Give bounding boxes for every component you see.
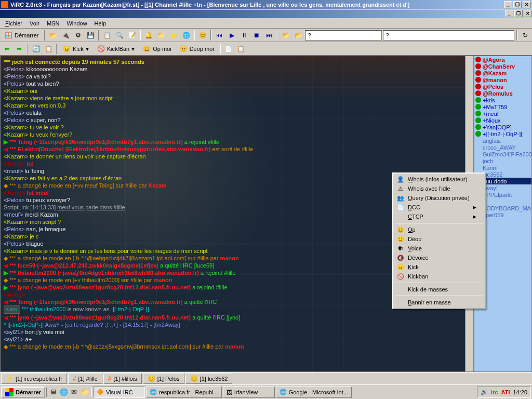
ctx-kickban[interactable]: 🚫Kickban bbox=[394, 272, 484, 281]
tab-pelos[interactable]: 😊[1] Pelos bbox=[143, 374, 184, 384]
ctx-masskick[interactable]: Kick de masses bbox=[394, 285, 484, 294]
ql-icon[interactable]: 📁 bbox=[80, 388, 89, 397]
ctx-dcc[interactable]: 📄DCC▶DCC bbox=[394, 203, 484, 212]
tab-lille[interactable]: #[1] #lille bbox=[68, 374, 102, 384]
user-row[interactable]: Karim bbox=[474, 164, 531, 171]
ctx-whois-idle[interactable]: ⚠Whois avec l'idle bbox=[394, 184, 484, 193]
menu-help[interactable]: Help bbox=[91, 19, 110, 28]
ctx-devoice[interactable]: 🔇Dévoice bbox=[394, 253, 484, 262]
tool-icon[interactable]: 🌐 bbox=[180, 30, 192, 41]
user-row[interactable]: croco_AWAY bbox=[474, 144, 531, 151]
user-row[interactable]: @Agora bbox=[474, 56, 531, 63]
tool-icon[interactable]: 📋 bbox=[43, 43, 54, 55]
status-dot-icon bbox=[475, 77, 481, 83]
ctx-massban[interactable]: Bannir en masseBannir en masse bbox=[394, 298, 484, 307]
tray-icon[interactable]: ATI bbox=[501, 389, 510, 395]
task-respublica[interactable]: 🌐 respublica.fr - Republ... bbox=[146, 387, 222, 398]
back-icon[interactable]: ⬅ bbox=[1, 43, 12, 55]
prev-icon[interactable]: ⏮ bbox=[214, 30, 225, 41]
user-row[interactable]: +kris bbox=[474, 97, 531, 103]
user-row[interactable]: joch bbox=[474, 157, 531, 164]
menu-msn[interactable]: MSN bbox=[44, 19, 62, 28]
pause-icon[interactable]: ⏸ bbox=[238, 30, 250, 41]
devoice-icon: 🔇 bbox=[396, 254, 405, 262]
user-row[interactable]: @ChanServ bbox=[474, 63, 531, 70]
user-row[interactable]: @manon bbox=[474, 76, 531, 83]
ql-icon[interactable]: ✉ bbox=[70, 388, 79, 397]
ctx-op[interactable]: 😀OpOp bbox=[394, 225, 484, 234]
tab-luc[interactable]: 😊[1] luc3562 bbox=[185, 374, 233, 384]
ctx-deop[interactable]: 😐Déop bbox=[394, 234, 484, 244]
tray-icon[interactable]: irc bbox=[491, 389, 498, 395]
refresh-icon[interactable]: 🔄 bbox=[30, 43, 42, 55]
menu-voir[interactable]: Voir bbox=[26, 19, 43, 28]
opmoi-button[interactable]: 😀 Op moi bbox=[139, 43, 175, 55]
toolbar-input-2[interactable] bbox=[383, 30, 514, 41]
tool-icon[interactable]: 💾 bbox=[85, 30, 96, 41]
tool-icon[interactable]: 📄 bbox=[223, 43, 234, 55]
user-row[interactable]: +|[-tm2-|-OqP-]| bbox=[474, 130, 531, 137]
status-dot-icon bbox=[475, 63, 481, 69]
chat-line: <Pelos> kikooooooooooo Kazam bbox=[4, 65, 462, 73]
user-row[interactable]: anglais bbox=[474, 137, 531, 144]
smiley-icon[interactable]: 😊 bbox=[197, 30, 208, 41]
user-row[interactable]: @Kazam bbox=[474, 70, 531, 76]
ctx-query[interactable]: 👥Query (Discution privée)Query (Discutio… bbox=[394, 193, 484, 203]
status-dot-icon bbox=[475, 111, 481, 116]
menu-window[interactable]: Window bbox=[63, 19, 90, 28]
status-dot-icon bbox=[475, 151, 481, 157]
tool-icon[interactable]: 📁 bbox=[155, 30, 167, 41]
ctx-kick[interactable]: 😠KickKick bbox=[394, 262, 484, 272]
next-icon[interactable]: ⏭ bbox=[263, 30, 275, 41]
tool-icon[interactable]: ⭐ bbox=[168, 30, 179, 41]
ql-icon[interactable]: 🖥 bbox=[49, 388, 58, 397]
close-button[interactable]: ✕ bbox=[523, 1, 531, 8]
tool-icon[interactable]: 📂 bbox=[47, 30, 59, 41]
task-google[interactable]: 🌐 Google - Microsoft Int... bbox=[276, 387, 352, 398]
tool-icon[interactable]: 🔌 bbox=[60, 30, 71, 41]
demarrer-button[interactable]: 🪟 Démarrer bbox=[1, 30, 42, 41]
user-row[interactable]: +meuf bbox=[474, 110, 531, 117]
tool-icon[interactable]: 🔍 bbox=[114, 30, 125, 41]
maximize-button[interactable]: ❐ bbox=[513, 1, 522, 8]
ctx-voice[interactable]: 🗣VoiceVoice bbox=[394, 244, 484, 253]
tool-icon[interactable]: ↻ bbox=[520, 30, 531, 41]
ctx-ctcp[interactable]: CTCP▶CTCP bbox=[394, 212, 484, 221]
toolbar-input-1[interactable] bbox=[305, 30, 382, 41]
task-virc[interactable]: 🔶 Visual IRC bbox=[93, 387, 145, 398]
mdi-minimize-button[interactable]: _ bbox=[505, 10, 513, 17]
tool-icon[interactable]: 📋 bbox=[235, 43, 247, 55]
user-icon: 👤 bbox=[396, 175, 405, 183]
tool-icon[interactable]: 📝 bbox=[126, 30, 138, 41]
play-icon[interactable]: ▶ bbox=[226, 30, 237, 41]
user-row[interactable]: @Pelos bbox=[474, 83, 531, 90]
tool-icon[interactable]: 🔔 bbox=[143, 30, 154, 41]
kick-button[interactable]: 😠 Kick ▾ bbox=[59, 43, 92, 55]
kickban-button[interactable]: 🚫 Kick/Ban ▾ bbox=[94, 43, 138, 55]
user-row[interactable]: +Yan[OQP] bbox=[474, 124, 531, 130]
mdi-maximize-button[interactable]: ❐ bbox=[514, 10, 523, 17]
minimize-button[interactable]: _ bbox=[504, 1, 512, 8]
ql-icon[interactable]: 🌐 bbox=[59, 388, 69, 397]
ctx-whois[interactable]: 👤Whois (infos utilisateur)Whois (infos u… bbox=[394, 175, 484, 184]
tab-lillois[interactable]: #[1] #lillois bbox=[103, 374, 142, 384]
user-row[interactable]: GuiZmo34[FiFa2002] bbox=[474, 151, 531, 157]
user-row[interactable]: +Nioux bbox=[474, 117, 531, 124]
task-irfanview[interactable]: 🖼 IrfanView bbox=[223, 387, 275, 398]
fwd-icon[interactable]: ➡ bbox=[14, 43, 25, 55]
chat-line: *** joch est connecté depuis 19 minutes … bbox=[4, 58, 462, 65]
user-row[interactable]: +MaTT59 bbox=[474, 103, 531, 110]
start-button[interactable]: Démarrer bbox=[1, 387, 45, 398]
mdi-close-button[interactable]: ✕ bbox=[524, 10, 532, 17]
tray-icon[interactable]: 🔊 bbox=[481, 389, 488, 395]
tool-icon[interactable]: 📂 bbox=[280, 30, 291, 41]
tool-icon[interactable]: 📋 bbox=[101, 30, 113, 41]
deopmoi-button[interactable]: 😐 Déop moi bbox=[176, 43, 218, 55]
user-row[interactable]: @Romulus bbox=[474, 90, 531, 97]
tab-server[interactable]: ⚡[1] irc.respublica.fr bbox=[1, 374, 67, 384]
tool-icon[interactable]: 📂 bbox=[292, 30, 304, 41]
file-icon: 📄 bbox=[396, 203, 405, 211]
stop-icon[interactable]: ⏹ bbox=[251, 30, 262, 41]
menu-fichier[interactable]: FFichierichier bbox=[2, 19, 25, 28]
tool-icon[interactable]: ⚙ bbox=[72, 30, 84, 41]
